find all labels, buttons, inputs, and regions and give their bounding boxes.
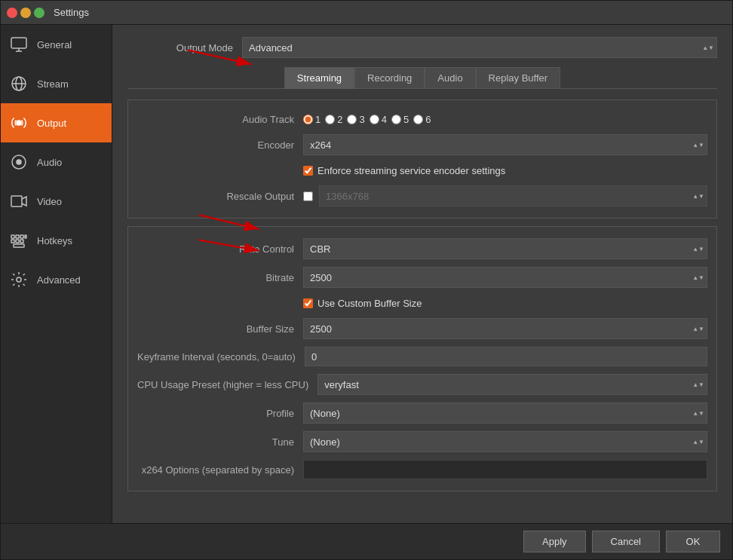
svg-rect-12	[20, 235, 23, 238]
broadcast-icon	[8, 112, 29, 133]
apply-button[interactable]: Apply	[523, 531, 586, 552]
buffer-size-select[interactable]: 2500	[303, 318, 707, 339]
tab-audio[interactable]: Audio	[425, 67, 475, 88]
hotkeys-icon	[8, 230, 29, 251]
output-mode-select[interactable]: Advanced Simple	[242, 37, 717, 58]
rescale-checkbox[interactable]	[303, 191, 313, 201]
svg-rect-15	[20, 240, 23, 243]
sidebar-label-hotkeys: Hotkeys	[37, 235, 72, 246]
gear-icon	[8, 269, 29, 290]
streaming-section-1: Audio Track 1 2 3	[127, 99, 717, 219]
buffer-size-control: 2500	[303, 318, 707, 339]
tune-select-wrapper[interactable]: (None) film animation grain	[303, 431, 707, 452]
bitrate-select-wrapper[interactable]: 2500	[303, 267, 707, 288]
close-button[interactable]	[7, 8, 17, 18]
svg-rect-13	[11, 240, 14, 243]
enforce-label: Enforce streaming service encoder settin…	[317, 165, 505, 176]
sidebar-item-output[interactable]: Output	[1, 103, 112, 142]
content-area: Output Mode Advanced Simple Streaming Re…	[112, 25, 732, 523]
rate-control-select-wrapper[interactable]: CBR VBR ABR	[303, 238, 707, 259]
enforce-row: Enforce streaming service encoder settin…	[128, 159, 716, 182]
ok-button[interactable]: OK	[666, 531, 720, 552]
sidebar-item-general[interactable]: General	[1, 25, 112, 64]
custom-buffer-checkbox-label[interactable]: Use Custom Buffer Size	[303, 298, 422, 309]
cpu-select-wrapper[interactable]: veryfast ultrafast superfast faster fast…	[317, 374, 707, 395]
keyframe-control	[305, 347, 707, 366]
encoder-select-wrapper[interactable]: x264	[303, 134, 707, 155]
profile-row: Profile (None) baseline main high	[128, 399, 716, 427]
sidebar-label-advanced: Advanced	[37, 274, 81, 286]
keyframe-input[interactable]	[305, 347, 707, 366]
sidebar-item-audio[interactable]: Audio	[1, 142, 112, 182]
titlebar: Settings	[1, 1, 732, 25]
x264-options-row: x264 Options (separated by space)	[128, 456, 716, 483]
enforce-checkbox[interactable]	[303, 166, 313, 176]
encoder-select[interactable]: x264	[303, 134, 707, 155]
cpu-control: veryfast ultrafast superfast faster fast…	[317, 374, 707, 395]
settings-window: Settings General	[0, 0, 733, 560]
enforce-control: Enforce streaming service encoder settin…	[303, 165, 707, 176]
tab-replay-buffer[interactable]: Replay Buffer	[476, 67, 561, 88]
svg-rect-10	[11, 235, 14, 238]
tune-select[interactable]: (None) film animation grain	[303, 431, 707, 452]
profile-select-wrapper[interactable]: (None) baseline main high	[303, 402, 707, 424]
cpu-label: CPU Usage Preset (higher = less CPU)	[137, 379, 317, 390]
maximize-button[interactable]	[34, 8, 44, 18]
x264-options-input[interactable]	[303, 460, 707, 479]
custom-buffer-label: Use Custom Buffer Size	[317, 298, 422, 309]
buffer-size-row: Buffer Size 2500	[128, 314, 716, 343]
output-mode-label: Output Mode	[127, 42, 233, 54]
tab-streaming[interactable]: Streaming	[284, 67, 354, 89]
audio-track-label: Audio Track	[137, 114, 303, 125]
cancel-button[interactable]: Cancel	[592, 531, 660, 552]
tab-recording[interactable]: Recording	[354, 67, 425, 88]
rescale-select: 1366x768	[319, 185, 707, 207]
sidebar-item-advanced[interactable]: Advanced	[1, 260, 112, 299]
rate-control-control: CBR VBR ABR	[303, 238, 707, 259]
svg-rect-16	[14, 244, 24, 247]
rescale-select-wrapper[interactable]: 1366x768	[319, 185, 707, 207]
rate-control-select[interactable]: CBR VBR ABR	[303, 238, 707, 259]
minimize-button[interactable]	[20, 8, 31, 18]
radio-track-5[interactable]: 5	[391, 114, 409, 125]
enforce-checkbox-label[interactable]: Enforce streaming service encoder settin…	[303, 165, 505, 176]
radio-track-2[interactable]: 2	[325, 114, 342, 125]
custom-buffer-checkbox[interactable]	[303, 298, 313, 308]
monitor-icon	[8, 34, 29, 55]
sidebar-label-general: General	[37, 39, 72, 50]
sidebar-item-stream[interactable]: Stream	[1, 64, 112, 103]
keyframe-row: Keyframe Interval (seconds, 0=auto)	[128, 343, 716, 370]
svg-rect-17	[25, 235, 26, 238]
profile-label: Profile	[137, 408, 303, 419]
sidebar-item-video[interactable]: Video	[1, 182, 112, 221]
radio-track-4[interactable]: 4	[370, 114, 387, 125]
keyframe-label: Keyframe Interval (seconds, 0=auto)	[137, 351, 305, 363]
svg-point-8	[17, 160, 21, 164]
sidebar-label-stream: Stream	[37, 78, 69, 90]
radio-track-6[interactable]: 6	[413, 114, 431, 125]
radio-track-3[interactable]: 3	[347, 114, 364, 125]
buffer-size-select-wrapper[interactable]: 2500	[303, 318, 707, 339]
bitrate-control: 2500	[303, 267, 707, 288]
sidebar-item-hotkeys[interactable]: Hotkeys	[1, 221, 112, 260]
output-mode-select-wrapper[interactable]: Advanced Simple	[242, 37, 717, 58]
profile-select[interactable]: (None) baseline main high	[303, 402, 707, 424]
audio-track-row: Audio Track 1 2 3	[128, 108, 716, 130]
x264-options-control	[303, 460, 707, 479]
rescale-control: 1366x768	[303, 185, 707, 207]
cpu-row: CPU Usage Preset (higher = less CPU) ver…	[128, 370, 716, 399]
sidebar: General Stream	[1, 25, 112, 523]
tabs-row: Streaming Recording Audio Replay Buffer	[127, 67, 717, 89]
buffer-size-label: Buffer Size	[137, 323, 303, 335]
bitrate-select[interactable]: 2500	[303, 267, 707, 288]
x264-options-label: x264 Options (separated by space)	[137, 464, 303, 476]
svg-point-18	[17, 277, 21, 282]
rescale-label: Rescale Output	[137, 191, 303, 202]
tune-control: (None) film animation grain	[303, 431, 707, 452]
encoder-row: Encoder x264	[128, 130, 716, 159]
radio-track-1[interactable]: 1	[303, 114, 320, 125]
cpu-select[interactable]: veryfast ultrafast superfast faster fast…	[317, 374, 707, 395]
globe-icon	[8, 73, 29, 94]
content-wrapper: Output Mode Advanced Simple Streaming Re…	[112, 25, 732, 523]
custom-buffer-row: Use Custom Buffer Size	[128, 292, 716, 314]
